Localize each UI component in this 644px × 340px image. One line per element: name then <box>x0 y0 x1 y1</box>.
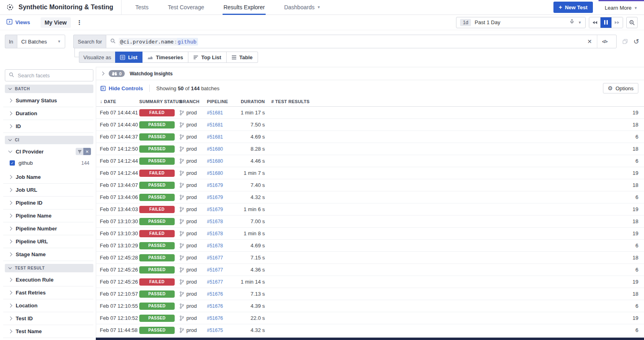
rewind-button[interactable] <box>589 17 600 28</box>
table-row[interactable]: Feb 07 13:44:03FAILEDprod#516791 min 6 s… <box>96 203 644 216</box>
facet-item-job-url[interactable]: Job URL <box>3 184 93 197</box>
table-row[interactable]: Feb 07 13:10:30FAILEDprod#516781 min 8 s… <box>96 228 644 240</box>
table-row[interactable]: Feb 07 14:44:37PASSEDprod#516814.69 s6 <box>96 131 644 143</box>
pipeline-link[interactable]: #51680 <box>207 170 223 176</box>
pipeline-link[interactable]: #51676 <box>207 315 223 321</box>
learn-more-menu[interactable]: Learn More ▼ <box>599 0 644 15</box>
pipeline-link[interactable]: #51679 <box>207 207 223 212</box>
table-row[interactable]: Feb 07 12:45:28PASSEDprod#516777.15 s18 <box>96 252 644 264</box>
visualize-option-table[interactable]: Table <box>227 52 258 63</box>
pin-icon[interactable] <box>570 19 574 25</box>
facet-item-duration[interactable]: Duration <box>3 107 93 120</box>
facet-item-id[interactable]: ID <box>3 120 93 133</box>
facet-section-test-result[interactable]: TEST RESULT <box>5 264 93 272</box>
table-row[interactable]: Feb 07 13:44:06PASSEDprod#516794.32 s6 <box>96 191 644 203</box>
column-header-duration[interactable]: DURATION <box>232 99 265 104</box>
visualize-option-timeseries[interactable]: Timeseries <box>142 52 188 63</box>
table-row[interactable]: Feb 07 12:45:26PASSEDprod#516774.36 s6 <box>96 264 644 276</box>
scope-select[interactable]: CI Batches ▼ <box>17 35 66 48</box>
column-header-summary-status[interactable]: SUMMARY STATUS <box>139 99 180 104</box>
pipeline-link[interactable]: #51680 <box>207 146 223 152</box>
table-row[interactable]: Feb 07 12:10:52PASSEDprod#5167622.0 s19 <box>96 312 644 324</box>
facet-section-batch[interactable]: BATCH <box>5 85 93 93</box>
pipeline-link[interactable]: #51680 <box>207 158 223 164</box>
pipeline-link[interactable]: #51678 <box>207 219 223 224</box>
table-row[interactable]: Feb 07 14:44:40PASSEDprod#516817.50 s18 <box>96 119 644 131</box>
checkbox-checked[interactable]: ✓ <box>10 160 15 166</box>
tab-dashboards[interactable]: Dashboards▼ <box>284 0 320 15</box>
table-row[interactable]: Feb 07 12:10:55PASSEDprod#516764.39 s6 <box>96 300 644 312</box>
facet-value-github[interactable]: ✓github144 <box>3 158 93 168</box>
clear-search-icon[interactable]: ✕ <box>582 38 597 45</box>
tab-test-coverage[interactable]: Test Coverage <box>168 0 204 15</box>
facet-label: CI Provider <box>16 149 43 155</box>
facet-item-pipeline-number[interactable]: Pipeline Number <box>3 222 93 235</box>
options-button[interactable]: ⚙ Options <box>603 83 638 93</box>
facet-item-test-name[interactable]: Test Name <box>3 325 93 338</box>
filter-icon[interactable] <box>76 148 83 155</box>
timeseries-icon <box>147 55 153 60</box>
visualize-option-list[interactable]: List <box>115 52 142 63</box>
facet-section-ci[interactable]: CI <box>5 136 93 144</box>
pipeline-link[interactable]: #51675 <box>207 328 223 333</box>
hide-controls-button[interactable]: Hide Controls <box>100 85 143 91</box>
current-view-chip[interactable]: My View <box>41 17 71 28</box>
facet-search-box[interactable] <box>5 69 93 81</box>
facet-item-fast-retries[interactable]: Fast Retries <box>3 286 93 299</box>
pipeline-link[interactable]: #51676 <box>207 291 223 297</box>
facet-search-input[interactable] <box>17 72 89 79</box>
table-row[interactable]: Feb 07 12:10:57PASSEDprod#516767.13 s18 <box>96 288 644 300</box>
watchdog-insights-row[interactable]: 0 Watchdog Insights <box>96 67 644 80</box>
code-view-icon[interactable]: </> <box>597 35 612 48</box>
pipeline-link[interactable]: #51677 <box>207 267 223 273</box>
table-row[interactable]: Feb 07 12:45:26FAILEDprod#516771 min 14 … <box>96 276 644 288</box>
column-header-date[interactable]: ↓ DATE <box>100 99 139 104</box>
pipeline-link[interactable]: #51676 <box>207 303 223 309</box>
facet-item-pipeline-url[interactable]: Pipeline URL <box>3 235 93 248</box>
table-row[interactable]: Feb 07 14:12:44FAILEDprod#516801 min 7 s… <box>96 167 644 179</box>
pipeline-link[interactable]: #51681 <box>207 122 223 128</box>
pipeline-link[interactable]: #51677 <box>207 279 223 285</box>
search-query-input[interactable]: @ci.provider.name:github ✕ </> <box>106 35 616 48</box>
new-test-button[interactable]: + New Test <box>553 2 592 13</box>
table-row[interactable]: Feb 07 13:10:29PASSEDprod#516784.69 s6 <box>96 240 644 252</box>
facet-item-execution-rule[interactable]: Execution Rule <box>3 274 93 286</box>
tab-tests[interactable]: Tests <box>135 0 149 15</box>
view-options-kebab-icon[interactable]: ⋮ <box>76 19 83 26</box>
time-range-selector[interactable]: 1d Past 1 Day ▼ <box>456 17 586 28</box>
pipeline-link[interactable]: #51678 <box>207 243 223 249</box>
clear-facet-icon[interactable]: ✕ <box>83 148 91 155</box>
pipeline-link[interactable]: #51678 <box>207 231 223 236</box>
table-row[interactable]: Feb 07 13:10:30PASSEDprod#516787.00 s18 <box>96 216 644 228</box>
facet-item-job-name[interactable]: Job Name <box>3 171 93 184</box>
table-row[interactable]: Feb 07 14:12:50PASSEDprod#516808.28 s18 <box>96 143 644 155</box>
views-panel-toggle[interactable]: Views <box>6 19 30 26</box>
table-row[interactable]: Feb 07 13:44:07PASSEDprod#516797.40 s18 <box>96 179 644 191</box>
table-row[interactable]: Feb 07 14:12:44PASSEDprod#516804.46 s6 <box>96 155 644 167</box>
forward-button[interactable] <box>611 17 623 28</box>
pipeline-link[interactable]: #51679 <box>207 195 223 200</box>
column-header-test-results[interactable]: # TEST RESULTS <box>265 99 638 104</box>
column-header-branch[interactable]: BRANCH <box>180 99 207 104</box>
facet-item-test-id[interactable]: Test ID <box>3 312 93 325</box>
tab-results-explorer[interactable]: Results Explorer <box>223 0 265 15</box>
facet-item-pipeline-name[interactable]: Pipeline Name <box>3 209 93 222</box>
facet-item-location[interactable]: Location <box>3 299 93 312</box>
table-row[interactable]: Feb 07 14:44:41FAILEDprod#516811 min 17 … <box>96 107 644 119</box>
visualize-option-top-list[interactable]: Top List <box>188 52 227 63</box>
facet-item-ci-provider[interactable]: CI Provider✕ <box>3 145 93 158</box>
pipeline-link[interactable]: #51679 <box>207 182 223 188</box>
chevron-down-icon[interactable]: ▼ <box>578 21 582 25</box>
pipeline-link[interactable]: #51681 <box>207 134 223 140</box>
restore-history-icon[interactable]: ↺ <box>634 38 639 45</box>
table-row[interactable]: Feb 07 11:44:58PASSEDprod#516754.32 s6 <box>96 324 644 336</box>
facet-item-stage-name[interactable]: Stage Name <box>3 248 93 261</box>
copy-icon[interactable] <box>622 39 628 44</box>
pipeline-link[interactable]: #51677 <box>207 255 223 261</box>
zoom-out-button[interactable] <box>626 17 638 28</box>
facet-item-summary-status[interactable]: Summary Status <box>3 94 93 107</box>
column-header-pipeline[interactable]: PIPELINE <box>207 99 232 104</box>
pipeline-link[interactable]: #51681 <box>207 110 223 116</box>
facet-item-pipeline-id[interactable]: Pipeline ID <box>3 197 93 209</box>
pause-button[interactable] <box>600 17 611 28</box>
